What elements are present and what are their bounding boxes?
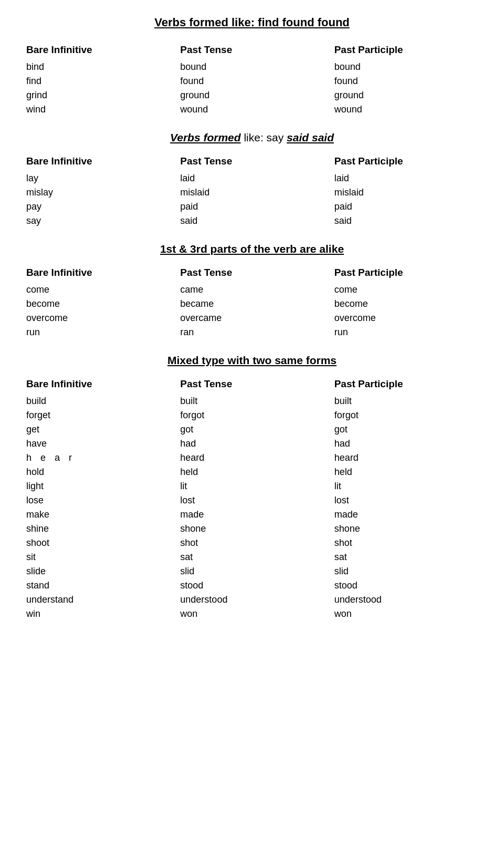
table-cell: understood: [329, 593, 483, 607]
table-cell: heard: [175, 451, 329, 465]
col-header-part-1: Past Participle: [329, 42, 483, 60]
table-row: slideslidslid: [21, 564, 483, 578]
table-cell: held: [329, 465, 483, 479]
table-row: forgetforgotforgot: [21, 408, 483, 422]
table-cell: shot: [175, 536, 329, 550]
table-cell: overcame: [175, 311, 329, 325]
col-header-part-2: Past Participle: [329, 153, 483, 171]
table-cell: had: [329, 437, 483, 451]
table-cell: sit: [21, 550, 175, 564]
table-cell: run: [21, 325, 175, 339]
table-cell: lose: [21, 493, 175, 508]
table-cell: won: [329, 607, 483, 621]
table-cell: wound: [175, 102, 329, 117]
table-cell: run: [329, 325, 483, 339]
table-row: overcomeovercameovercome: [21, 311, 483, 325]
table-cell: lost: [175, 493, 329, 508]
col-header-past-2: Past Tense: [175, 153, 329, 171]
col-header-part-3: Past Participle: [329, 265, 483, 283]
table-row: paypaidpaid: [21, 200, 483, 214]
mixed-section-title: Mixed type with two same forms: [21, 354, 483, 367]
page-title: Verbs formed like: find found found: [21, 16, 483, 29]
table-cell: get: [21, 422, 175, 437]
table-cell: bind: [21, 60, 175, 74]
col-header-part-4: Past Participle: [329, 376, 483, 394]
table-cell: understood: [175, 593, 329, 607]
table-cell: wound: [329, 102, 483, 117]
say-title-rest: like: say said said: [241, 131, 334, 143]
table-cell: understand: [21, 593, 175, 607]
table-cell: pay: [21, 200, 175, 214]
table-cell: ground: [175, 88, 329, 102]
table-row: getgotgot: [21, 422, 483, 437]
table-row: saysaidsaid: [21, 214, 483, 228]
table-row: windwoundwound: [21, 102, 483, 117]
table-cell: h e a r: [21, 451, 175, 465]
table-row: sitsatsat: [21, 550, 483, 564]
table-cell: laid: [329, 171, 483, 185]
say-section-title: Verbs formed like: say said said: [21, 131, 483, 144]
table-cell: forget: [21, 408, 175, 422]
table-cell: ground: [329, 88, 483, 102]
table-cell: held: [175, 465, 329, 479]
table-cell: lay: [21, 171, 175, 185]
table-cell: built: [329, 394, 483, 408]
col-header-past-4: Past Tense: [175, 376, 329, 394]
table-row: runranrun: [21, 325, 483, 339]
table-cell: paid: [175, 200, 329, 214]
table-cell: forgot: [175, 408, 329, 422]
table-row: mislaymislaidmislaid: [21, 185, 483, 200]
table-row: comecamecome: [21, 283, 483, 297]
table-cell: make: [21, 508, 175, 522]
table-cell: built: [175, 394, 329, 408]
table-cell: heard: [329, 451, 483, 465]
col-header-past-3: Past Tense: [175, 265, 329, 283]
table-cell: sat: [329, 550, 483, 564]
table-row: holdheldheld: [21, 465, 483, 479]
table-row: makemademade: [21, 508, 483, 522]
table-cell: came: [175, 283, 329, 297]
table-cell: stood: [175, 578, 329, 593]
table-cell: shone: [329, 522, 483, 536]
table-cell: hold: [21, 465, 175, 479]
table-cell: lit: [329, 479, 483, 493]
table-cell: forgot: [329, 408, 483, 422]
table-cell: found: [329, 74, 483, 88]
find-table: Bare Infinitive Past Tense Past Particip…: [21, 42, 483, 117]
table-cell: overcome: [329, 311, 483, 325]
table-row: bindboundbound: [21, 60, 483, 74]
table-cell: find: [21, 74, 175, 88]
table-row: winwonwon: [21, 607, 483, 621]
table-cell: made: [175, 508, 329, 522]
table-cell: slid: [175, 564, 329, 578]
table-cell: come: [329, 283, 483, 297]
table-row: understandunderstoodunderstood: [21, 593, 483, 607]
table-row: loselostlost: [21, 493, 483, 508]
table-cell: wind: [21, 102, 175, 117]
table-cell: mislaid: [329, 185, 483, 200]
table-cell: made: [329, 508, 483, 522]
table-cell: say: [21, 214, 175, 228]
table-cell: became: [175, 297, 329, 311]
col-header-past-1: Past Tense: [175, 42, 329, 60]
table-row: becomebecamebecome: [21, 297, 483, 311]
table-row: grindgroundground: [21, 88, 483, 102]
table-cell: ran: [175, 325, 329, 339]
say-table: Bare Infinitive Past Tense Past Particip…: [21, 153, 483, 228]
table-cell: won: [175, 607, 329, 621]
table-cell: grind: [21, 88, 175, 102]
table-cell: shot: [329, 536, 483, 550]
table-row: buildbuiltbuilt: [21, 394, 483, 408]
table-cell: shoot: [21, 536, 175, 550]
table-row: havehadhad: [21, 437, 483, 451]
table-cell: stand: [21, 578, 175, 593]
table-cell: laid: [175, 171, 329, 185]
table-cell: slide: [21, 564, 175, 578]
table-cell: win: [21, 607, 175, 621]
table-cell: got: [329, 422, 483, 437]
table-cell: build: [21, 394, 175, 408]
table-cell: found: [175, 74, 329, 88]
alike-section-title: 1st & 3rd parts of the verb are alike: [21, 243, 483, 255]
table-cell: said: [329, 214, 483, 228]
table-row: shineshoneshone: [21, 522, 483, 536]
